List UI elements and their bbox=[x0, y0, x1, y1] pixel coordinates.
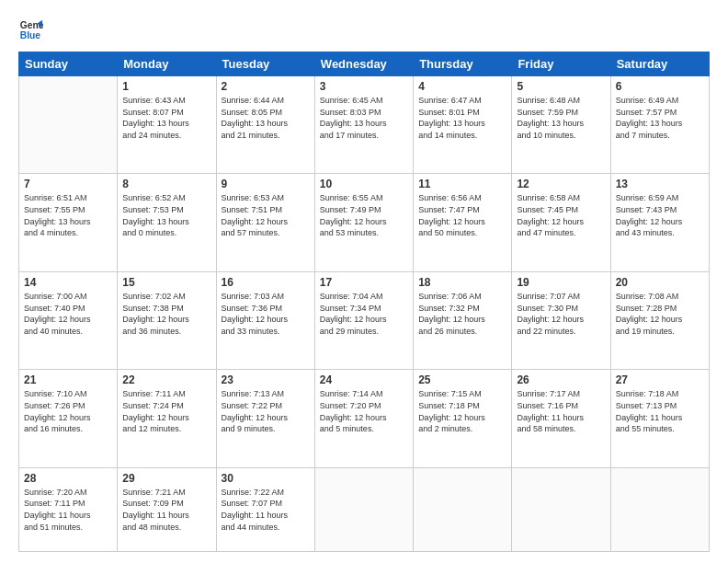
day-cell: 22Sunrise: 7:11 AM Sunset: 7:24 PM Dayli… bbox=[118, 370, 216, 467]
day-number: 5 bbox=[517, 80, 605, 93]
day-number: 15 bbox=[122, 276, 210, 289]
day-info: Sunrise: 6:43 AM Sunset: 8:07 PM Dayligh… bbox=[122, 95, 210, 141]
day-number: 27 bbox=[616, 373, 704, 386]
day-number: 19 bbox=[517, 276, 605, 289]
day-cell: 7Sunrise: 6:51 AM Sunset: 7:55 PM Daylig… bbox=[19, 174, 118, 271]
day-cell: 11Sunrise: 6:56 AM Sunset: 7:47 PM Dayli… bbox=[414, 174, 512, 271]
weekday-monday: Monday bbox=[118, 52, 216, 76]
day-number: 21 bbox=[24, 373, 112, 386]
week-row-3: 14Sunrise: 7:00 AM Sunset: 7:40 PM Dayli… bbox=[19, 271, 710, 369]
week-row-4: 21Sunrise: 7:10 AM Sunset: 7:26 PM Dayli… bbox=[19, 370, 710, 467]
day-number: 1 bbox=[122, 80, 210, 93]
day-cell: 17Sunrise: 7:04 AM Sunset: 7:34 PM Dayli… bbox=[314, 271, 413, 369]
week-row-2: 7Sunrise: 6:51 AM Sunset: 7:55 PM Daylig… bbox=[19, 174, 710, 271]
day-info: Sunrise: 7:22 AM Sunset: 7:07 PM Dayligh… bbox=[222, 487, 310, 533]
day-cell: 18Sunrise: 7:06 AM Sunset: 7:32 PM Dayli… bbox=[414, 271, 512, 369]
day-info: Sunrise: 7:17 AM Sunset: 7:16 PM Dayligh… bbox=[517, 388, 605, 434]
day-info: Sunrise: 7:21 AM Sunset: 7:09 PM Dayligh… bbox=[122, 487, 210, 533]
day-cell: 13Sunrise: 6:59 AM Sunset: 7:43 PM Dayli… bbox=[610, 174, 709, 271]
day-cell: 16Sunrise: 7:03 AM Sunset: 7:36 PM Dayli… bbox=[216, 271, 314, 369]
day-cell: 20Sunrise: 7:08 AM Sunset: 7:28 PM Dayli… bbox=[610, 271, 709, 369]
day-number: 4 bbox=[418, 80, 506, 93]
day-cell: 29Sunrise: 7:21 AM Sunset: 7:09 PM Dayli… bbox=[118, 467, 216, 551]
day-cell: 3Sunrise: 6:45 AM Sunset: 8:03 PM Daylig… bbox=[314, 76, 413, 174]
weekday-sunday: Sunday bbox=[19, 52, 118, 76]
day-cell: 23Sunrise: 7:13 AM Sunset: 7:22 PM Dayli… bbox=[216, 370, 314, 467]
day-cell bbox=[19, 76, 118, 174]
weekday-wednesday: Wednesday bbox=[314, 52, 413, 76]
day-info: Sunrise: 7:04 AM Sunset: 7:34 PM Dayligh… bbox=[320, 291, 408, 337]
calendar-table: SundayMondayTuesdayWednesdayThursdayFrid… bbox=[18, 52, 710, 552]
day-number: 11 bbox=[418, 178, 506, 190]
day-info: Sunrise: 7:10 AM Sunset: 7:26 PM Dayligh… bbox=[24, 388, 112, 434]
day-cell: 19Sunrise: 7:07 AM Sunset: 7:30 PM Dayli… bbox=[512, 271, 610, 369]
day-number: 14 bbox=[24, 276, 112, 289]
day-number: 3 bbox=[320, 80, 408, 93]
day-info: Sunrise: 6:45 AM Sunset: 8:03 PM Dayligh… bbox=[320, 95, 408, 141]
day-number: 29 bbox=[122, 472, 210, 485]
day-number: 7 bbox=[24, 178, 112, 190]
day-number: 12 bbox=[517, 178, 605, 190]
day-info: Sunrise: 7:08 AM Sunset: 7:28 PM Dayligh… bbox=[616, 291, 704, 337]
week-row-5: 28Sunrise: 7:20 AM Sunset: 7:11 PM Dayli… bbox=[19, 467, 710, 551]
day-info: Sunrise: 7:14 AM Sunset: 7:20 PM Dayligh… bbox=[320, 388, 408, 434]
day-number: 25 bbox=[418, 373, 506, 386]
day-number: 8 bbox=[122, 178, 210, 190]
day-cell: 28Sunrise: 7:20 AM Sunset: 7:11 PM Dayli… bbox=[19, 467, 118, 551]
day-number: 9 bbox=[222, 178, 310, 190]
day-cell: 2Sunrise: 6:44 AM Sunset: 8:05 PM Daylig… bbox=[216, 76, 314, 174]
day-cell: 6Sunrise: 6:49 AM Sunset: 7:57 PM Daylig… bbox=[610, 76, 709, 174]
day-info: Sunrise: 7:06 AM Sunset: 7:32 PM Dayligh… bbox=[418, 291, 506, 337]
day-cell: 21Sunrise: 7:10 AM Sunset: 7:26 PM Dayli… bbox=[19, 370, 118, 467]
day-info: Sunrise: 6:52 AM Sunset: 7:53 PM Dayligh… bbox=[122, 192, 210, 238]
day-info: Sunrise: 7:07 AM Sunset: 7:30 PM Dayligh… bbox=[517, 291, 605, 337]
svg-text:Blue: Blue bbox=[20, 30, 41, 40]
logo-icon: General Blue bbox=[18, 17, 44, 42]
day-cell: 30Sunrise: 7:22 AM Sunset: 7:07 PM Dayli… bbox=[216, 467, 314, 551]
weekday-header-row: SundayMondayTuesdayWednesdayThursdayFrid… bbox=[19, 52, 710, 76]
day-cell: 14Sunrise: 7:00 AM Sunset: 7:40 PM Dayli… bbox=[19, 271, 118, 369]
weekday-tuesday: Tuesday bbox=[216, 52, 314, 76]
day-number: 10 bbox=[320, 178, 408, 190]
day-cell: 1Sunrise: 6:43 AM Sunset: 8:07 PM Daylig… bbox=[118, 76, 216, 174]
day-cell bbox=[414, 467, 512, 551]
day-cell: 25Sunrise: 7:15 AM Sunset: 7:18 PM Dayli… bbox=[414, 370, 512, 467]
weekday-saturday: Saturday bbox=[610, 52, 709, 76]
day-info: Sunrise: 7:02 AM Sunset: 7:38 PM Dayligh… bbox=[122, 291, 210, 337]
day-number: 17 bbox=[320, 276, 408, 289]
header: General Blue bbox=[18, 17, 710, 42]
day-number: 13 bbox=[616, 178, 704, 190]
day-cell: 27Sunrise: 7:18 AM Sunset: 7:13 PM Dayli… bbox=[610, 370, 709, 467]
day-info: Sunrise: 7:11 AM Sunset: 7:24 PM Dayligh… bbox=[122, 388, 210, 434]
logo: General Blue bbox=[18, 17, 48, 42]
day-number: 2 bbox=[222, 80, 310, 93]
day-number: 22 bbox=[122, 373, 210, 386]
day-info: Sunrise: 7:20 AM Sunset: 7:11 PM Dayligh… bbox=[24, 487, 112, 533]
day-info: Sunrise: 6:58 AM Sunset: 7:45 PM Dayligh… bbox=[517, 192, 605, 238]
weekday-thursday: Thursday bbox=[414, 52, 512, 76]
day-number: 26 bbox=[517, 373, 605, 386]
day-info: Sunrise: 7:00 AM Sunset: 7:40 PM Dayligh… bbox=[24, 291, 112, 337]
day-number: 30 bbox=[222, 472, 310, 485]
day-cell bbox=[512, 467, 610, 551]
day-info: Sunrise: 7:15 AM Sunset: 7:18 PM Dayligh… bbox=[418, 388, 506, 434]
day-info: Sunrise: 6:49 AM Sunset: 7:57 PM Dayligh… bbox=[616, 95, 704, 141]
day-number: 6 bbox=[616, 80, 704, 93]
day-cell bbox=[314, 467, 413, 551]
day-cell: 4Sunrise: 6:47 AM Sunset: 8:01 PM Daylig… bbox=[414, 76, 512, 174]
weekday-friday: Friday bbox=[512, 52, 610, 76]
day-info: Sunrise: 6:47 AM Sunset: 8:01 PM Dayligh… bbox=[418, 95, 506, 141]
day-info: Sunrise: 6:53 AM Sunset: 7:51 PM Dayligh… bbox=[222, 192, 310, 238]
day-info: Sunrise: 7:13 AM Sunset: 7:22 PM Dayligh… bbox=[222, 388, 310, 434]
day-cell: 5Sunrise: 6:48 AM Sunset: 7:59 PM Daylig… bbox=[512, 76, 610, 174]
day-cell: 9Sunrise: 6:53 AM Sunset: 7:51 PM Daylig… bbox=[216, 174, 314, 271]
day-cell: 10Sunrise: 6:55 AM Sunset: 7:49 PM Dayli… bbox=[314, 174, 413, 271]
day-cell: 15Sunrise: 7:02 AM Sunset: 7:38 PM Dayli… bbox=[118, 271, 216, 369]
week-row-1: 1Sunrise: 6:43 AM Sunset: 8:07 PM Daylig… bbox=[19, 76, 710, 174]
day-number: 18 bbox=[418, 276, 506, 289]
day-number: 24 bbox=[320, 373, 408, 386]
day-info: Sunrise: 6:44 AM Sunset: 8:05 PM Dayligh… bbox=[222, 95, 310, 141]
day-number: 28 bbox=[24, 472, 112, 485]
day-info: Sunrise: 7:03 AM Sunset: 7:36 PM Dayligh… bbox=[222, 291, 310, 337]
day-info: Sunrise: 6:59 AM Sunset: 7:43 PM Dayligh… bbox=[616, 192, 704, 238]
